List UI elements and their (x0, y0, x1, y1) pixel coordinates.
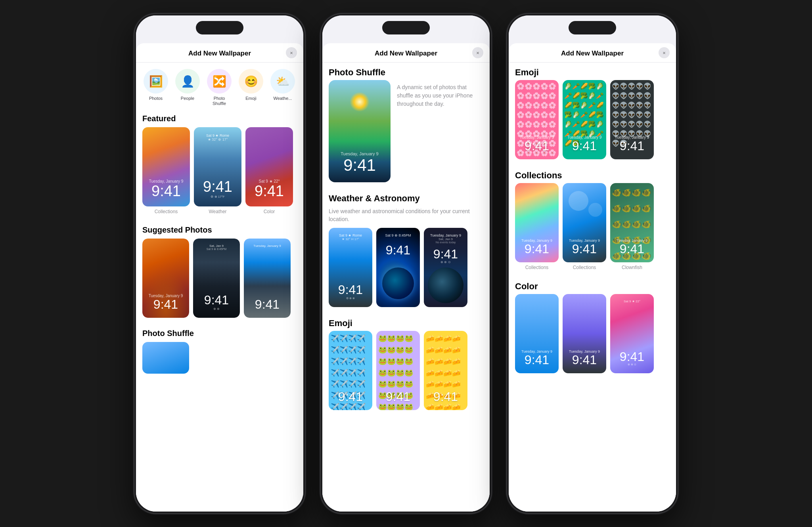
color-section-title-p3: Color (509, 277, 676, 294)
clownfish-label: Clownfish (622, 262, 642, 270)
color-pink-card[interactable]: Sat 9 ★ 22° 9:41 ⊕ ⊗ ⊙ (610, 294, 654, 373)
modal-title-3: Add New Wallpaper (561, 50, 624, 57)
photo-shuffle-header: Photo Shuffle (322, 63, 490, 80)
rainbow-label: Collections (525, 262, 549, 270)
featured-color-card[interactable]: Sat 9 ★ 22° 9:41 Color (245, 127, 293, 214)
collections-rainbow-card[interactable]: Tuesday, January 9 9:41 Collections (515, 183, 559, 270)
close-button-2[interactable]: × (472, 47, 483, 58)
weather-astronomy-row: Sat 9 ★ Rome ★ 32° H 17° 9:41 ⚙ ⊕ ⊗ (322, 228, 490, 313)
weather-astronomy-header: Weather & Astronomy (322, 189, 490, 206)
people-icon-circle: 👤 (175, 69, 200, 94)
weather-card-1[interactable]: Sat 9 ★ Rome ★ 32° H 17° 9:41 ⚙ ⊕ ⊗ (329, 228, 372, 307)
weather-card-label: Weather (209, 206, 226, 214)
photo-shuffle-preview[interactable] (142, 342, 189, 374)
color-purple-card[interactable]: Tuesday, January 9 9:41 (563, 294, 606, 373)
color-blue-card[interactable]: Tuesday, January 9 9:41 (515, 294, 559, 373)
phone-2: Add New Wallpaper × Photo Shuffle (321, 14, 491, 513)
emoji-icon-circle: 😊 (239, 69, 263, 94)
modal-header-3: Add New Wallpaper × (509, 43, 676, 63)
emoji-veggies-card[interactable]: 🥬🥕🌽🥦🥬🥕🌽🥦🥬🥕🌽🥦🥬🥕🌽🥦🥬🥕🌽🥦🥬🥕🌽🥦🥬🥕🌽🥦🥬🥕🌽🥦 Tuesday… (563, 80, 606, 159)
dynamic-island-3 (569, 21, 616, 34)
collections-section-title-p3: Collections (509, 166, 676, 183)
rainbow-bg: Tuesday, January 9 9:41 (515, 183, 559, 262)
close-button-3[interactable]: × (659, 47, 670, 58)
modal-scroll-3[interactable]: Emoji 🌸🌸🌸🌸🌸🌸🌸🌸🌸🌸🌸🌸🌸🌸🌸🌸🌸🌸🌸🌸🌸🌸🌸🌸🌸🌸🌸🌸🌸🌸🌸🌸🌸🌸… (509, 63, 676, 512)
emoji-flowers-card[interactable]: 🌸🌸🌸🌸🌸🌸🌸🌸🌸🌸🌸🌸🌸🌸🌸🌸🌸🌸🌸🌸🌸🌸🌸🌸🌸🌸🌸🌸🌸🌸🌸🌸🌸🌸🌸🌸🌸🌸🌸🌸… (515, 80, 559, 159)
suggested-photos-row: Tuesday, January 9 9:41 (136, 239, 303, 324)
photos-label: Photos (149, 96, 163, 101)
emoji-frog-card[interactable]: 🐸🐸🐸🐸🐸🐸🐸🐸🐸🐸🐸🐸🐸🐸🐸🐸🐸🐸🐸🐸🐸🐸🐸🐸🐸🐸🐸🐸🐸🐸 9:41 (376, 331, 420, 410)
collections-bubbles-card[interactable]: Tuesday, January 9 9:41 Collections (563, 183, 606, 270)
category-people[interactable]: 👤 People (172, 69, 203, 106)
weather-label: Weathe... (274, 96, 292, 101)
emoji-section-title-p3: Emoji (509, 63, 676, 80)
close-button-1[interactable]: × (286, 47, 297, 58)
photo-shuffle-label: Photo Shuffle (213, 96, 226, 106)
emoji-aliens-card[interactable]: 👽👽👽👽👽👽👽👽👽👽👽👽👽👽👽👽👽👽👽👽👽👽👽👽👽👽👽👽👽👽👽👽 Tuesday… (610, 80, 654, 159)
featured-color-bg: Sat 9 ★ 22° 9:41 (245, 127, 293, 206)
category-emoji[interactable]: 😊 Emoji (235, 69, 267, 106)
modal-title-2: Add New Wallpaper (375, 50, 437, 57)
landscape-photo-card: Sat, Jan 9 Sat 9 ⊕ 8:45PM 9:41 ⊕ ⊗ (193, 239, 240, 318)
emoji-plane-card[interactable]: ✈️✈️✈️✈️✈️✈️✈️✈️✈️✈️✈️✈️✈️✈️✈️✈️✈️✈️✈️✈️… (329, 331, 372, 410)
dynamic-island-1 (196, 21, 243, 34)
emoji-section-header: Emoji (322, 313, 490, 331)
modal-title-1: Add New Wallpaper (188, 50, 251, 57)
photo-shuffle-row (136, 342, 303, 380)
time-overlay-2: 9:41 ⚙ ⊕ 17°F (194, 179, 241, 199)
modal-scroll-2[interactable]: Photo Shuffle Tuesday, January 9 9:41 (322, 63, 490, 512)
phone-3: Add New Wallpaper × Emoji 🌸🌸🌸🌸🌸🌸🌸🌸🌸🌸🌸🌸🌸🌸… (507, 14, 678, 513)
category-photo-shuffle[interactable]: 🔀 Photo Shuffle (203, 69, 235, 106)
collections-label: Collections (155, 206, 178, 214)
suggested-coast-card[interactable]: Tuesday, January 9 9:41 (244, 239, 291, 318)
suggested-photos-title: Suggested Photos (136, 221, 303, 239)
people-label: People (181, 96, 194, 101)
featured-collections-card[interactable]: Tuesday, January 9 9:41 Collections (142, 127, 190, 214)
featured-section-title: Featured (136, 109, 303, 127)
color-row-p3: Tuesday, January 9 9:41 Tuesday, January… (509, 294, 676, 380)
phones-container: Add New Wallpaper × 🖼️ Photos (126, 6, 686, 521)
category-icons-1: 🖼️ Photos 👤 People (136, 63, 303, 109)
emoji-label: Emoji (245, 96, 257, 101)
photo-shuffle-section-title: Photo Shuffle (136, 324, 303, 342)
photo-shuffle-large-card[interactable]: Tuesday, January 9 9:41 (329, 80, 391, 182)
photo-shuffle-content: Tuesday, January 9 9:41 A dynamic set of… (322, 80, 490, 189)
coast-photo-card: Tuesday, January 9 9:41 (244, 239, 291, 318)
time-overlay-1: Tuesday, January 9 9:41 (142, 179, 190, 199)
dynamic-island-2 (382, 21, 430, 34)
phone-1: Add New Wallpaper × 🖼️ Photos (134, 14, 305, 513)
weather-icon-circle: ⛅ (270, 69, 295, 94)
featured-cards-row: Tuesday, January 9 9:41 Collections (136, 127, 303, 221)
suggested-dog-card[interactable]: Tuesday, January 9 9:41 (142, 239, 189, 318)
time-overlay-3: Sat 9 ★ 22° 9:41 (245, 179, 293, 199)
modal-sheet-1: Add New Wallpaper × 🖼️ Photos (136, 43, 303, 512)
modal-header-2: Add New Wallpaper × (322, 43, 490, 63)
collections-row-p3: Tuesday, January 9 9:41 Collections (509, 183, 676, 277)
suggested-landscape-card[interactable]: Sat, Jan 9 Sat 9 ⊕ 8:45PM 9:41 ⊕ ⊗ (193, 239, 240, 318)
photos-icon-circle: 🖼️ (144, 69, 168, 94)
photo-shuffle-icon-circle: 🔀 (207, 69, 232, 94)
modal-sheet-2: Add New Wallpaper × Photo Shuffle (322, 43, 490, 512)
bubbles-label: Collections (573, 262, 596, 270)
dog-photo-card: Tuesday, January 9 9:41 (142, 239, 189, 318)
weather-astronomy-desc: Live weather and astronomical conditions… (322, 206, 490, 228)
featured-weather-card[interactable]: Sat 9 ★ Rome ★ 32° ⊕ 17° 9:41 ⚙ ⊕ 17°F W… (194, 127, 241, 214)
modal-sheet-3: Add New Wallpaper × Emoji 🌸🌸🌸🌸🌸🌸🌸🌸🌸🌸🌸🌸🌸🌸… (509, 43, 676, 512)
featured-collections-bg: Tuesday, January 9 9:41 (142, 127, 190, 206)
emoji-row-p3: 🌸🌸🌸🌸🌸🌸🌸🌸🌸🌸🌸🌸🌸🌸🌸🌸🌸🌸🌸🌸🌸🌸🌸🌸🌸🌸🌸🌸🌸🌸🌸🌸🌸🌸🌸🌸🌸🌸🌸🌸… (509, 80, 676, 166)
featured-weather-bg: Sat 9 ★ Rome ★ 32° ⊕ 17° 9:41 ⚙ ⊕ 17°F (194, 127, 241, 206)
weather-card-2[interactable]: Sat 9 ⊕ 8:45PM 9:41 (376, 228, 420, 307)
emoji-section-row: ✈️✈️✈️✈️✈️✈️✈️✈️✈️✈️✈️✈️✈️✈️✈️✈️✈️✈️✈️✈️… (322, 331, 490, 416)
collections-clownfish-card[interactable]: 🐠🐠🐠🐠🐠🐠🐠🐠🐠🐠🐠🐠🐠🐠🐠🐠🐠🐠🐠🐠 Tuesday, January 9 … (610, 183, 654, 270)
bubbles-bg: Tuesday, January 9 9:41 (563, 183, 606, 262)
weather-card-3[interactable]: Tuesday, January 9 Sat, Jan 9 No events … (424, 228, 467, 307)
category-photos[interactable]: 🖼️ Photos (140, 69, 172, 106)
photo-shuffle-desc: A dynamic set of photos that shuffle as … (397, 80, 483, 108)
modal-header-1: Add New Wallpaper × (136, 43, 303, 63)
emoji-cheese-card[interactable]: 🧀🧀🧀🧀🧀🧀🧀🧀🧀🧀🧀🧀🧀🧀🧀🧀🧀🧀🧀🧀🧀🧀🧀🧀🧀🧀🧀🧀🧀🧀 9:41 (424, 331, 467, 410)
category-weather[interactable]: ⛅ Weathe... (267, 69, 299, 106)
modal-scroll-1[interactable]: 🖼️ Photos 👤 People (136, 63, 303, 512)
color-card-label: Color (264, 206, 275, 214)
clownfish-bg: 🐠🐠🐠🐠🐠🐠🐠🐠🐠🐠🐠🐠🐠🐠🐠🐠🐠🐠🐠🐠 Tuesday, January 9 … (610, 183, 654, 262)
